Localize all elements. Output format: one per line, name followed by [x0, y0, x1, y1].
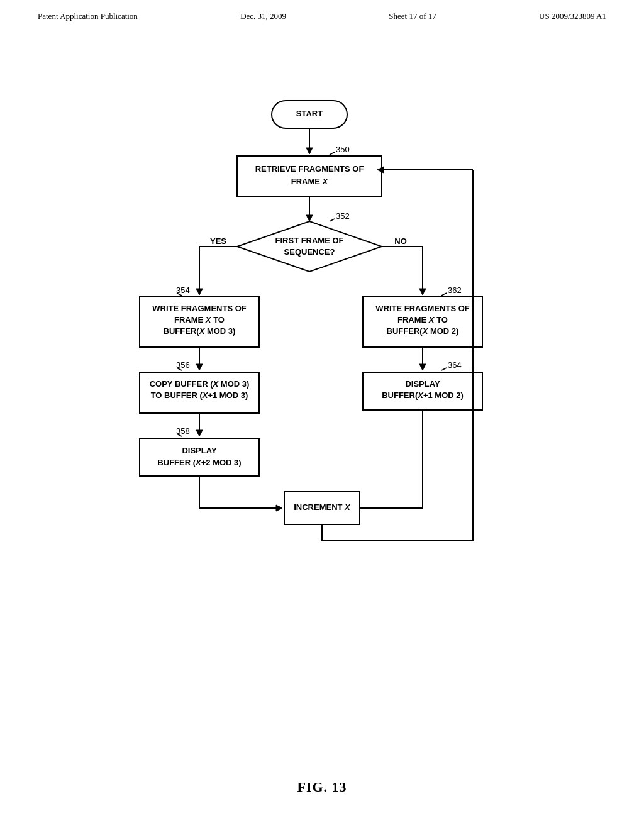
svg-text:350: 350	[336, 145, 350, 154]
svg-marker-13	[237, 221, 382, 272]
svg-marker-35	[196, 430, 203, 436]
svg-line-12	[330, 219, 335, 221]
svg-text:RETRIEVE FRAGMENTS OF: RETRIEVE FRAGMENTS OF	[255, 164, 364, 174]
svg-rect-38	[140, 438, 259, 476]
svg-text:START: START	[296, 109, 323, 118]
header-sheet: Sheet 17 of 17	[389, 11, 436, 21]
header-patent: US 2009/323809 A1	[539, 11, 606, 21]
svg-text:YES: YES	[210, 236, 226, 246]
svg-text:WRITE FRAGMENTS OF: WRITE FRAGMENTS OF	[375, 304, 470, 313]
svg-marker-3	[306, 148, 313, 154]
svg-line-56	[441, 368, 447, 370]
svg-text:NO: NO	[394, 236, 407, 246]
svg-text:FIRST FRAME OF: FIRST FRAME OF	[275, 236, 343, 245]
svg-text:BUFFER(X MOD 3): BUFFER(X MOD 3)	[164, 326, 236, 336]
header-left: Patent Application Publication	[38, 11, 138, 21]
svg-text:BUFFER (X+2 MOD 3): BUFFER (X+2 MOD 3)	[157, 458, 241, 467]
svg-text:364: 364	[448, 360, 462, 370]
svg-text:352: 352	[336, 211, 350, 221]
svg-text:DISPLAY: DISPLAY	[405, 379, 440, 389]
svg-text:WRITE FRAGMENTS OF: WRITE FRAGMENTS OF	[152, 304, 247, 313]
svg-marker-54	[419, 364, 426, 370]
figure-label: FIG. 13	[297, 779, 347, 795]
svg-marker-20	[196, 289, 203, 295]
svg-marker-46	[419, 289, 426, 295]
svg-text:BUFFER(X+1 MOD 2): BUFFER(X+1 MOD 2)	[382, 390, 464, 400]
header-date: Dec. 31, 2009	[240, 11, 286, 21]
svg-text:FRAME X TO: FRAME X TO	[397, 315, 448, 324]
page-header: Patent Application Publication Dec. 31, …	[0, 0, 644, 21]
svg-line-48	[441, 293, 447, 296]
svg-marker-28	[196, 364, 203, 370]
svg-text:BUFFER(X MOD 2): BUFFER(X MOD 2)	[387, 326, 459, 336]
svg-text:INCREMENT X: INCREMENT X	[294, 502, 351, 512]
svg-marker-43	[276, 505, 282, 511]
svg-text:COPY BUFFER (X MOD 3): COPY BUFFER (X MOD 3)	[150, 379, 250, 389]
svg-marker-10	[306, 215, 313, 221]
flowchart-svg: START 350 RETRIEVE FRAGMENTS OF FRAME X …	[102, 82, 542, 742]
svg-text:SEQUENCE?: SEQUENCE?	[284, 247, 335, 257]
svg-text:362: 362	[448, 285, 462, 295]
diagram-area: START 350 RETRIEVE FRAGMENTS OF FRAME X …	[0, 82, 644, 780]
svg-text:FRAME X TO: FRAME X TO	[174, 315, 225, 324]
svg-text:TO BUFFER (X+1 MOD 3): TO BUFFER (X+1 MOD 3)	[151, 390, 248, 400]
svg-line-5	[330, 152, 335, 155]
svg-text:FRAME X: FRAME X	[291, 177, 329, 186]
svg-text:DISPLAY: DISPLAY	[182, 446, 216, 455]
